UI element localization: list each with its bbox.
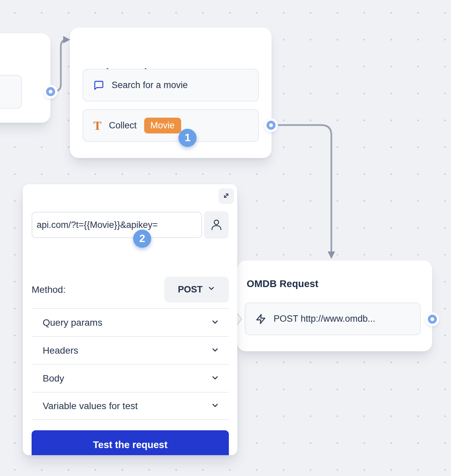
section-query-params[interactable]: Query params <box>32 308 229 336</box>
section-label: Query params <box>43 317 102 328</box>
person-icon <box>210 217 223 233</box>
chevron-down-icon <box>211 318 219 328</box>
chevron-down-icon <box>211 401 219 411</box>
port-omdb-node-output[interactable] <box>428 315 437 324</box>
method-select[interactable]: POST <box>164 277 229 303</box>
method-value: POST <box>178 284 203 295</box>
expand-icon <box>221 191 231 202</box>
step-badge-2: 2 <box>133 230 151 248</box>
webhook-config-panel[interactable]: api.com/?t={{Movie}}&apikey= Advanced co… <box>23 184 237 455</box>
section-label: Headers <box>43 345 78 356</box>
method-label: Method: <box>32 284 66 295</box>
flow-canvas[interactable]: Movie search Search for a movie T Collec… <box>0 0 451 476</box>
person-button[interactable] <box>204 211 229 239</box>
section-label: Body <box>43 373 64 384</box>
collapsible-sections: Query params Headers Body Variable value… <box>32 308 229 420</box>
chevron-down-icon <box>207 284 215 295</box>
port-movie-node-output[interactable] <box>266 121 276 130</box>
chevron-down-icon <box>211 346 219 356</box>
expand-button[interactable] <box>218 188 234 204</box>
chevron-down-icon <box>211 373 219 384</box>
section-body[interactable]: Body <box>32 364 229 392</box>
test-request-button[interactable]: Test the request <box>32 430 229 455</box>
url-input[interactable]: api.com/?t={{Movie}}&apikey= <box>32 212 202 238</box>
section-label: Variable values for test <box>43 401 138 411</box>
port-left-node-output[interactable] <box>46 87 55 96</box>
url-input-value: api.com/?t={{Movie}}&apikey= <box>42 220 158 230</box>
section-variable-values[interactable]: Variable values for test <box>32 392 229 420</box>
section-headers[interactable]: Headers <box>32 336 229 364</box>
method-row: Method: POST <box>32 277 229 303</box>
step-badge-1: 1 <box>178 129 197 147</box>
